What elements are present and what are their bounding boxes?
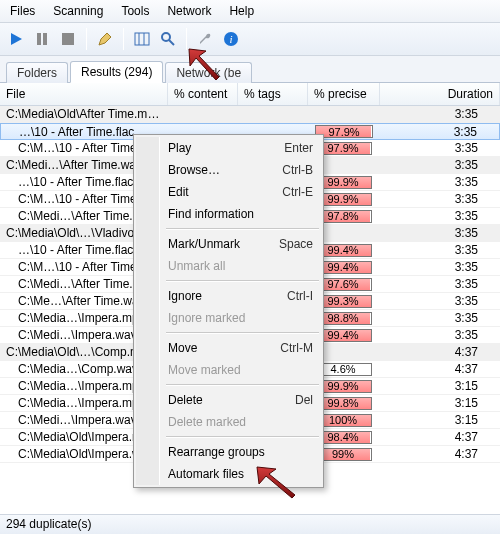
duration-cell: 3:35 xyxy=(379,125,499,139)
menu-item-delete[interactable]: Delete Del xyxy=(136,389,321,411)
menu-item-label: Mark/Unmark xyxy=(168,237,279,251)
duration-cell: 4:37 xyxy=(378,362,500,376)
tabstrip: Folders Results (294) Network (be xyxy=(0,56,500,83)
menu-item-label: Browse… xyxy=(168,163,282,177)
filename-cell: C:\Media\Old\After Time.mp… xyxy=(0,107,168,121)
svg-marker-0 xyxy=(11,33,22,45)
duration-cell: 3:35 xyxy=(380,226,500,240)
menu-item-ignore[interactable]: Ignore Ctrl-I xyxy=(136,285,321,307)
menu-item-shortcut: Ctrl-M xyxy=(280,341,313,355)
menu-separator xyxy=(166,384,319,386)
menu-scanning[interactable]: Scanning xyxy=(51,3,105,19)
menu-item-shortcut: Ctrl-B xyxy=(282,163,313,177)
menu-item-shortcut: Ctrl-I xyxy=(287,289,313,303)
duration-cell: 4:37 xyxy=(380,345,500,359)
menu-item-label: Move xyxy=(168,341,280,355)
menu-item-move[interactable]: Move Ctrl-M xyxy=(136,337,321,359)
duration-cell: 3:15 xyxy=(378,413,500,427)
duration-cell: 3:15 xyxy=(378,379,500,393)
menu-network[interactable]: Network xyxy=(165,3,213,19)
menu-item-shortcut: Del xyxy=(295,393,313,407)
duration-cell: 3:35 xyxy=(380,158,500,172)
menu-item-play[interactable]: Play Enter xyxy=(136,137,321,159)
tab-results[interactable]: Results (294) xyxy=(70,61,163,83)
menu-item-move-marked: Move marked xyxy=(136,359,321,381)
menu-item-label: Automark files xyxy=(168,467,313,481)
duration-cell: 3:35 xyxy=(378,209,500,223)
context-menu: Play Enter Browse… Ctrl-B Edit Ctrl-E Fi… xyxy=(133,134,324,488)
column-content[interactable]: % content xyxy=(168,83,238,105)
menu-item-unmark-all: Unmark all xyxy=(136,255,321,277)
menu-item-label: Unmark all xyxy=(168,259,313,273)
column-header: File % content % tags % precise Duration xyxy=(0,83,500,106)
table-group-row[interactable]: C:\Media\Old\After Time.mp… 3:35 xyxy=(0,106,500,123)
duration-cell: 3:35 xyxy=(378,141,500,155)
duration-cell: 4:37 xyxy=(378,430,500,444)
menu-item-label: Edit xyxy=(168,185,282,199)
duration-cell: 3:35 xyxy=(378,243,500,257)
svg-line-9 xyxy=(169,40,174,45)
svg-text:i: i xyxy=(229,33,232,45)
stop-icon[interactable] xyxy=(56,27,80,51)
menu-item-shortcut: Space xyxy=(279,237,313,251)
duration-cell: 3:35 xyxy=(378,311,500,325)
columns-icon[interactable] xyxy=(130,27,154,51)
wrench-icon[interactable] xyxy=(193,27,217,51)
duration-cell: 3:35 xyxy=(378,260,500,274)
column-file[interactable]: File xyxy=(0,83,168,105)
menu-help[interactable]: Help xyxy=(227,3,256,19)
svg-rect-1 xyxy=(37,33,41,45)
duration-cell: 3:35 xyxy=(380,107,500,121)
menu-item-label: Ignore marked xyxy=(168,311,313,325)
menu-item-shortcut: Ctrl-E xyxy=(282,185,313,199)
menu-item-label: Ignore xyxy=(168,289,287,303)
pencil-icon[interactable] xyxy=(93,27,117,51)
tab-network[interactable]: Network (be xyxy=(165,62,252,83)
menu-item-label: Rearrange groups xyxy=(168,445,313,459)
duration-cell: 3:35 xyxy=(378,294,500,308)
menu-item-shortcut: Enter xyxy=(284,141,313,155)
status-text: 294 duplicate(s) xyxy=(6,517,91,531)
svg-rect-3 xyxy=(62,33,74,45)
menu-separator xyxy=(166,436,319,438)
toolbar: i xyxy=(0,23,500,56)
play-icon[interactable] xyxy=(4,27,28,51)
duration-cell: 3:35 xyxy=(378,328,500,342)
menu-separator xyxy=(166,280,319,282)
statusbar: 294 duplicate(s) xyxy=(0,514,500,534)
duration-cell: 3:35 xyxy=(378,192,500,206)
duration-cell: 3:35 xyxy=(378,277,500,291)
menu-item-ignore-marked: Ignore marked xyxy=(136,307,321,329)
menu-item-rearrange-groups[interactable]: Rearrange groups xyxy=(136,441,321,463)
duration-cell: 3:15 xyxy=(378,396,500,410)
magnifier-icon[interactable] xyxy=(156,27,180,51)
column-precise[interactable]: % precise xyxy=(308,83,380,105)
column-duration[interactable]: Duration xyxy=(380,83,500,105)
column-tags[interactable]: % tags xyxy=(238,83,308,105)
menu-item-edit[interactable]: Edit Ctrl-E xyxy=(136,181,321,203)
menu-item-browse-[interactable]: Browse… Ctrl-B xyxy=(136,159,321,181)
duration-cell: 4:37 xyxy=(378,447,500,461)
menu-files[interactable]: Files xyxy=(8,3,37,19)
menu-item-automark-files[interactable]: Automark files xyxy=(136,463,321,485)
menu-separator xyxy=(166,228,319,230)
svg-point-8 xyxy=(162,33,170,41)
tab-folders[interactable]: Folders xyxy=(6,62,68,83)
menubar: Files Scanning Tools Network Help xyxy=(0,0,500,23)
menu-item-label: Delete marked xyxy=(168,415,313,429)
menu-item-mark-unmark[interactable]: Mark/Unmark Space xyxy=(136,233,321,255)
menu-item-label: Play xyxy=(168,141,284,155)
pause-icon[interactable] xyxy=(30,27,54,51)
svg-rect-5 xyxy=(135,33,149,45)
svg-marker-4 xyxy=(99,33,111,45)
menu-item-label: Delete xyxy=(168,393,295,407)
menu-item-label: Find information xyxy=(168,207,313,221)
menu-item-delete-marked: Delete marked xyxy=(136,411,321,433)
svg-rect-2 xyxy=(43,33,47,45)
menu-item-label: Move marked xyxy=(168,363,313,377)
menu-tools[interactable]: Tools xyxy=(119,3,151,19)
duration-cell: 3:35 xyxy=(378,175,500,189)
info-icon[interactable]: i xyxy=(219,27,243,51)
menu-item-find-information[interactable]: Find information xyxy=(136,203,321,225)
menu-separator xyxy=(166,332,319,334)
